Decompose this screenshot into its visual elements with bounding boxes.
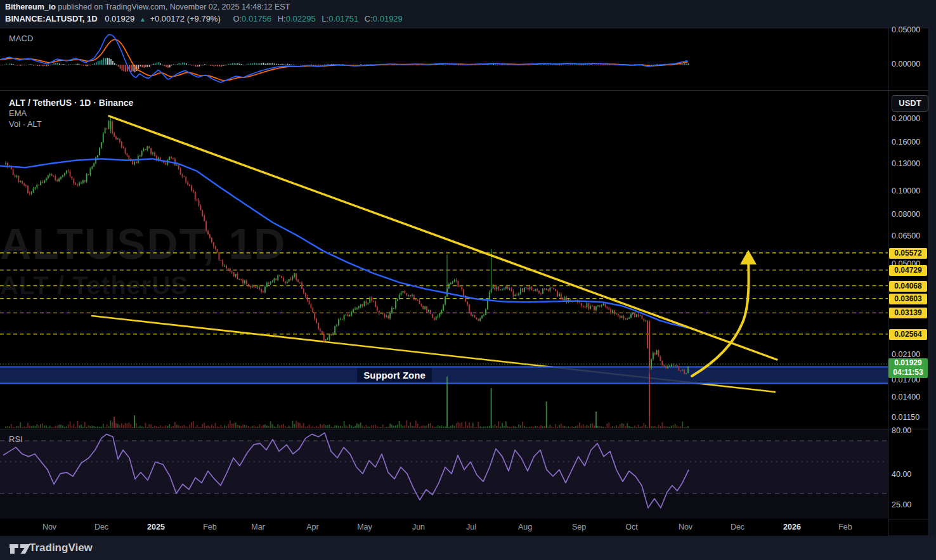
- open-value: 0.01756: [242, 14, 271, 23]
- macd-pane-label[interactable]: MACD: [9, 34, 33, 43]
- price-axis-label: 0.01400: [892, 393, 928, 401]
- price-change: +0.00172 (+9.79%): [150, 14, 220, 23]
- tradingview-logo-icon[interactable]: [9, 542, 32, 556]
- publish-header: Bithereum_io published on TradingView.co…: [0, 0, 936, 28]
- ema-legend[interactable]: EMA: [9, 108, 27, 118]
- time-axis-tick: 2026: [783, 523, 801, 531]
- price-axis-label: 0.06500: [892, 231, 928, 240]
- rsi-axis-label: 40.00: [892, 470, 928, 479]
- price-level-badge: 0.03139: [889, 308, 927, 318]
- macd-axis-label: 0.00000: [892, 60, 928, 68]
- price-level-badge: 0.04729: [889, 265, 927, 276]
- high-label: H:: [278, 14, 286, 23]
- last-price: 0.01929: [105, 14, 134, 23]
- time-axis-tick: Feb: [203, 523, 217, 531]
- bar-countdown: 04:11:53: [888, 368, 928, 377]
- time-axis-tick: Oct: [625, 523, 637, 531]
- close-value: 0.01929: [373, 14, 403, 23]
- price-level-badge: 0.04068: [889, 281, 927, 292]
- last-price-badge: 0.01929 04:11:53: [888, 358, 928, 378]
- time-axis[interactable]: NovDec2025FebMarAprMayJunJulAugSepOctNov…: [0, 519, 888, 536]
- footer-bar: TradingView: [0, 536, 936, 560]
- time-axis-tick: Nov: [42, 523, 56, 531]
- currency-toggle-button[interactable]: USDT: [892, 95, 928, 112]
- time-axis-tick: May: [357, 523, 372, 531]
- time-axis-tick: Mar: [251, 523, 265, 531]
- close-label: C:: [365, 14, 373, 23]
- chart-canvas[interactable]: [0, 0, 936, 560]
- author-name: Bithereum_io: [5, 3, 56, 11]
- low-value: 0.01751: [328, 14, 358, 23]
- price-axis-label: 0.20000: [892, 114, 928, 123]
- open-label: O:: [233, 14, 242, 23]
- tradingview-chart-app: Bithereum_io published on TradingView.co…: [0, 0, 936, 560]
- symbol-info-row: BINANCE:ALTUSDT, 1D 0.01929 ▲ +0.00172 (…: [5, 14, 403, 23]
- low-label: L:: [322, 14, 328, 23]
- support-zone-label: Support Zone: [357, 368, 432, 382]
- time-axis-tick: Nov: [679, 523, 692, 531]
- time-axis-tick: Jun: [412, 523, 425, 531]
- up-arrow-icon: ▲: [140, 16, 146, 23]
- time-axis-tick: Aug: [518, 523, 532, 531]
- time-axis-tick: Dec: [94, 523, 108, 531]
- right-edge-strip: [928, 28, 936, 536]
- price-axis-label: 0.08000: [892, 210, 928, 219]
- price-level-badge: 0.02564: [889, 329, 927, 340]
- time-axis-tick: Sep: [572, 523, 586, 531]
- price-axis-label: 0.10000: [892, 186, 928, 195]
- volume-legend[interactable]: Vol · ALT: [9, 119, 42, 129]
- price-axis-label: 0.16000: [892, 138, 928, 147]
- price-axis-label: 0.01150: [892, 413, 928, 422]
- publish-text: published on TradingView.com, November 0…: [56, 3, 290, 11]
- rsi-axis-label: 25.00: [892, 500, 928, 509]
- price-level-badge: 0.03603: [889, 294, 927, 304]
- time-axis-tick: Dec: [731, 523, 744, 531]
- rsi-axis-label: 80.00: [892, 426, 928, 435]
- macd-axis-label: 0.05000: [892, 25, 928, 34]
- symbol-name: BINANCE:ALTUSDT, 1D: [5, 14, 98, 23]
- publish-info: Bithereum_io published on TradingView.co…: [5, 3, 290, 11]
- time-axis-tick: Feb: [838, 523, 852, 531]
- price-level-badge: 0.05572: [889, 248, 927, 259]
- time-axis-tick: Jul: [466, 523, 476, 531]
- price-axis-label: 0.13000: [892, 159, 928, 168]
- high-value: 0.02295: [286, 14, 316, 23]
- last-price-value: 0.01929: [888, 358, 928, 368]
- time-axis-tick: 2025: [147, 523, 165, 531]
- rsi-pane-label[interactable]: RSI: [9, 434, 23, 444]
- symbol-legend[interactable]: ALT / TetherUS · 1D · Binance: [9, 98, 133, 108]
- price-axis-label: 0.02100: [892, 350, 928, 359]
- time-axis-tick: Apr: [306, 523, 318, 531]
- tradingview-brand[interactable]: TradingView: [29, 542, 93, 554]
